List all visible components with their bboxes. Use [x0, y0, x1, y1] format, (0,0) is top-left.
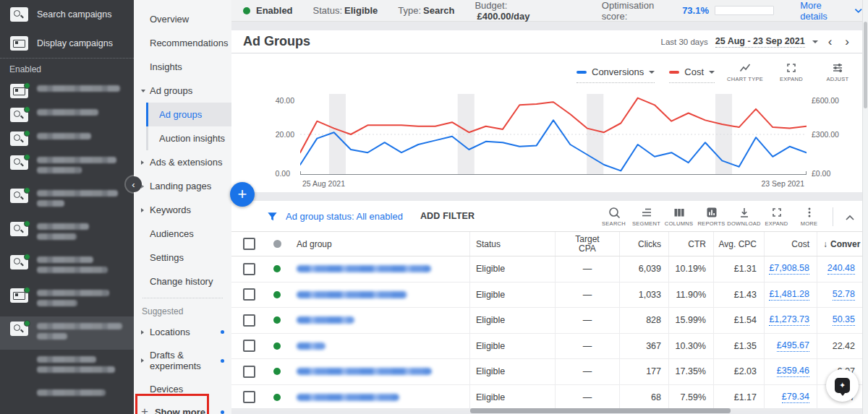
new-ad-group-fab[interactable]: +	[230, 182, 255, 207]
enabled-dot[interactable]	[273, 291, 281, 298]
chart-expand-button[interactable]: EXPAND	[775, 61, 807, 82]
conversions-link[interactable]: 52.78	[833, 289, 855, 301]
col-conversions-sorted[interactable]: ↓ Conver	[817, 232, 862, 256]
nav-item-ad-groups[interactable]: Ad groups	[134, 79, 231, 103]
nav-item-ad-groups[interactable]: Ad groups	[146, 103, 231, 126]
date-range-value[interactable]: 25 Aug - 23 Sep 2021	[715, 36, 805, 48]
vertical-scrollbar-thumb[interactable]	[864, 22, 867, 108]
campaign-item[interactable]	[0, 316, 134, 350]
ad-group-status-filter-chip[interactable]: Ad group status: All enabled	[286, 211, 403, 222]
campaign-item[interactable]	[0, 250, 134, 283]
enabled-dot[interactable]	[273, 316, 281, 324]
sidebar-collapse-handle[interactable]: ‹	[126, 176, 142, 192]
nav-item-devices[interactable]: Devices	[134, 377, 231, 401]
col-ad-group[interactable]: Ad group	[297, 232, 469, 256]
enabled-dot[interactable]	[273, 265, 281, 272]
date-next-button[interactable]: ›	[842, 35, 852, 48]
ad-group-name-blurred[interactable]	[297, 316, 354, 324]
enabled-dot[interactable]	[273, 342, 281, 350]
campaign-item[interactable]	[0, 103, 134, 126]
metric-selector-cost[interactable]: Cost	[669, 66, 715, 83]
enabled-dot[interactable]	[273, 394, 281, 401]
reports-tool-button[interactable]: REPORTS	[695, 206, 728, 227]
cost-link[interactable]: £1,481.28	[769, 289, 809, 301]
cost-link[interactable]: £7,908.58	[769, 263, 809, 275]
campaign-item[interactable]	[0, 383, 134, 407]
campaigns-sidebar: Search campaigns Display campaigns Enabl…	[0, 0, 134, 414]
row-checkbox[interactable]	[243, 340, 255, 352]
columns-tool-button[interactable]: COLUMNS	[663, 206, 695, 227]
campaign-item[interactable]	[0, 350, 134, 383]
nav-item-drafts-experiments[interactable]: Drafts & experiments	[134, 344, 231, 377]
ad-group-name-blurred[interactable]	[297, 342, 326, 350]
campaign-item[interactable]	[0, 283, 134, 316]
enabled-dot[interactable]	[273, 368, 281, 375]
nav-item-change-history[interactable]: Change history	[134, 269, 231, 293]
add-filter-button[interactable]: ADD FILTER	[420, 211, 475, 221]
col-cost[interactable]: Cost	[764, 232, 817, 256]
nav-item-auction-insights[interactable]: Auction insights	[146, 126, 231, 150]
col-avg-cpc[interactable]: Avg. CPC	[713, 232, 764, 256]
row-checkbox[interactable]	[243, 314, 255, 327]
col-ctr[interactable]: CTR	[668, 232, 713, 256]
nav-item-settings[interactable]: Settings	[134, 246, 231, 269]
metric-selector-conversions[interactable]: Conversions	[576, 66, 655, 83]
conversions-link[interactable]: 50.35	[833, 314, 855, 326]
col-target-cpa[interactable]: Target CPA	[555, 232, 619, 256]
ad-group-name-blurred[interactable]	[297, 394, 399, 401]
horizontal-scrollbar-thumb[interactable]	[470, 408, 731, 413]
nav-item-recommendations[interactable]: Recommendations	[134, 31, 231, 55]
campaign-item[interactable]	[0, 184, 134, 217]
cost-link[interactable]: £79.34	[782, 392, 809, 403]
collapse-table-button[interactable]	[838, 212, 862, 223]
date-range-caret-icon[interactable]	[812, 40, 818, 43]
date-prev-button[interactable]: ‹	[825, 35, 835, 48]
filter-bar: Ad group status: All enabled ADD FILTER …	[231, 201, 862, 231]
ad-group-name-blurred[interactable]	[297, 291, 407, 298]
conversions-link[interactable]: 240.48	[827, 263, 855, 275]
status-circle-icon[interactable]	[273, 240, 281, 248]
status-cell: Eligible	[469, 385, 555, 410]
sidebar-item-search-campaigns[interactable]: Search campaigns	[0, 0, 134, 29]
campaign-item[interactable]	[0, 126, 134, 150]
ad-group-name-blurred[interactable]	[297, 265, 431, 272]
ad-group-name-blurred[interactable]	[297, 368, 432, 375]
blurred-text-line	[37, 223, 89, 230]
nav-item-landing-pages[interactable]: Landing pages	[134, 174, 231, 198]
more-tool-button[interactable]: MORE	[793, 206, 825, 227]
row-checkbox[interactable]	[243, 263, 255, 275]
row-checkbox[interactable]	[243, 366, 255, 378]
avg-cpc-cell: £2.03	[713, 359, 764, 384]
chart-type-button[interactable]: CHART TYPE	[729, 61, 761, 82]
select-all-checkbox[interactable]	[243, 238, 255, 250]
nav-item-locations[interactable]: Locations	[134, 320, 231, 344]
sidebar-item-display-campaigns[interactable]: Display campaigns	[0, 29, 134, 58]
assistant-fab-button[interactable]: ✦	[826, 369, 859, 402]
nav-item-keywords[interactable]: Keywords	[134, 198, 231, 222]
campaign-item[interactable]	[0, 79, 134, 103]
col-status[interactable]: Status	[469, 232, 555, 256]
nav-item-ads-extensions[interactable]: Ads & extensions	[134, 150, 231, 174]
triangle-right-icon	[141, 208, 144, 212]
campaign-item[interactable]	[0, 150, 134, 184]
chevron-down-icon	[854, 8, 862, 14]
col-clicks[interactable]: Clicks	[619, 232, 668, 256]
chart-adjust-button[interactable]: ADJUST	[822, 61, 854, 82]
campaign-name-blurred	[37, 288, 109, 310]
nav-item-audiences[interactable]: Audiences	[134, 222, 231, 246]
cost-link[interactable]: £359.46	[777, 366, 809, 377]
nav-item-overview[interactable]: Overview	[134, 7, 231, 31]
search-tool-button[interactable]: SEARCH	[597, 206, 630, 227]
cost-link[interactable]: £495.67	[777, 340, 809, 352]
more-details-button[interactable]: More details	[800, 0, 862, 22]
cost-link[interactable]: £1,273.73	[769, 314, 809, 326]
table-row: Eligible—687.59%£1.17£79.347	[231, 385, 862, 411]
nav-show-more-button[interactable]: +Show more	[134, 401, 231, 414]
row-checkbox[interactable]	[243, 391, 255, 403]
expand-tool-button[interactable]: EXPAND	[760, 206, 793, 227]
nav-item-insights[interactable]: Insights	[134, 55, 231, 79]
download-tool-button[interactable]: DOWNLOAD	[728, 206, 760, 227]
campaign-item[interactable]	[0, 217, 134, 250]
segment-tool-button[interactable]: SEGMENT	[630, 206, 663, 227]
row-checkbox[interactable]	[243, 288, 255, 301]
